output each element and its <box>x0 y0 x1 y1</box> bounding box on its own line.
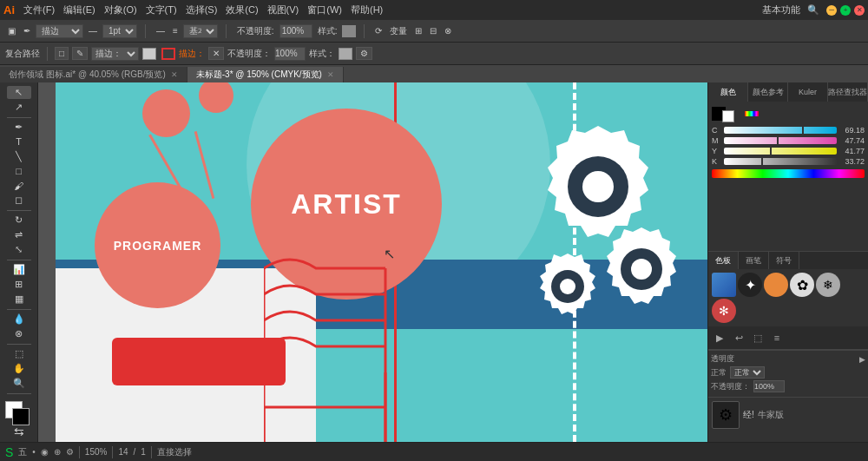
tool-artboard[interactable]: ⬚ <box>7 348 31 361</box>
tool-eraser[interactable]: ◻ <box>7 194 31 207</box>
tool-rect[interactable]: □ <box>7 165 31 178</box>
spectrum-bar[interactable] <box>745 111 759 116</box>
transparency-expand[interactable]: ▶ <box>859 355 865 364</box>
statusbar-five[interactable]: 五 <box>18 446 27 458</box>
statusbar-icon3[interactable]: ⚙ <box>66 447 74 457</box>
swatch-blue[interactable] <box>712 273 736 297</box>
tab-close-1[interactable]: ✕ <box>171 70 178 79</box>
tab-file2[interactable]: 未标题-3* @ 150% (CMYK/预览) ✕ <box>187 67 344 82</box>
menu-window[interactable]: 窗口(W) <box>307 3 342 16</box>
swatch-orange[interactable] <box>764 273 788 297</box>
swatch-grid: ✦ ✿ ❄ ✻ <box>708 269 868 326</box>
slider-y-track[interactable] <box>724 148 837 155</box>
rp-tab-pathfinder[interactable]: 路径查找器 <box>828 82 868 102</box>
tool-scale[interactable]: ⤡ <box>7 243 31 256</box>
fill-swatch[interactable] <box>142 48 156 60</box>
rp-icon-undo[interactable]: ↩ <box>731 330 746 346</box>
canvas-area[interactable]: PROGRAMER ARTIST <box>38 82 707 442</box>
style-swatch[interactable] <box>342 25 356 37</box>
tool-blend[interactable]: ⊗ <box>7 327 31 340</box>
minimize-button[interactable]: ─ <box>826 5 837 16</box>
tool-hand[interactable]: ✋ <box>7 362 31 375</box>
tool-select[interactable]: ▣ <box>5 25 18 36</box>
stroke-none[interactable]: ✕ <box>208 47 224 60</box>
menu-type[interactable]: 文字(T) <box>146 3 177 16</box>
shape-pen[interactable]: ✎ <box>72 47 88 60</box>
stroke-dropdown[interactable]: 描边 <box>36 24 83 38</box>
menu-effect[interactable]: 效果(C) <box>226 3 258 16</box>
shape-rect[interactable]: □ <box>55 47 69 60</box>
tool-pen2[interactable]: ✒ <box>7 121 31 134</box>
tool-gradient[interactable]: ▦ <box>7 293 31 306</box>
tool-line[interactable]: ╲ <box>7 150 31 163</box>
stroke-weight-select[interactable]: 1pt <box>102 24 137 38</box>
menu-select[interactable]: 选择(S) <box>186 3 218 16</box>
rpb-tab-brushes[interactable]: 画笔 <box>739 252 769 269</box>
line-weight[interactable]: ≡ <box>170 25 181 36</box>
path-select[interactable]: 描边： <box>91 47 139 61</box>
swatch-star1[interactable]: ✦ <box>738 273 762 297</box>
stroke-swatch[interactable] <box>161 48 175 60</box>
tab-file1[interactable]: 创作领域 图标.ai* @ 40.05% (RGB/预览) ✕ <box>0 67 187 82</box>
transform-icon[interactable]: ⟳ <box>372 25 385 36</box>
rp-tab-color-ref[interactable]: 颜色参考 <box>748 82 788 102</box>
style-preview[interactable] <box>339 48 352 60</box>
statusbar-icon1[interactable]: ◉ <box>41 447 49 457</box>
workspace-label[interactable]: 基本功能 <box>762 3 800 16</box>
rp-tab-color[interactable]: 颜色 <box>708 82 748 102</box>
swatch-mandala[interactable]: ✻ <box>712 299 736 323</box>
slider-m-track[interactable] <box>724 137 837 144</box>
label-c: C <box>712 126 720 135</box>
swatch-snowflake[interactable]: ❄ <box>816 273 840 297</box>
blend-mode-select[interactable]: 正常 <box>730 366 765 379</box>
rp-icon-delete[interactable]: ⬚ <box>750 330 766 346</box>
rpb-tab-swatches[interactable]: 色板 <box>708 252 739 269</box>
color-spectrum[interactable] <box>712 169 865 178</box>
swap-colors-icon[interactable]: ⇆ <box>14 425 24 438</box>
menu-edit[interactable]: 编辑(E) <box>63 3 95 16</box>
menu-bar[interactable]: 文件(F) 编辑(E) 对象(O) 文字(T) 选择(S) 效果(C) 视图(V… <box>23 3 383 16</box>
transparency-mode-row: 正常 正常 <box>711 366 865 379</box>
menu-object[interactable]: 对象(O) <box>104 3 137 16</box>
tab-close-2[interactable]: ✕ <box>327 70 334 79</box>
opacity-row-input[interactable] <box>753 380 785 392</box>
tool-direct-select[interactable]: ↗ <box>7 101 31 114</box>
menu-file[interactable]: 文件(F) <box>23 3 55 16</box>
search-icon[interactable]: 🔍 <box>807 4 819 16</box>
bg-color-preview[interactable] <box>722 110 734 122</box>
tool-zoom[interactable]: 🔍 <box>7 377 31 390</box>
settings-btn[interactable]: ⚙ <box>356 47 372 60</box>
tool-mesh[interactable]: ⊞ <box>7 278 31 291</box>
rp-icon-arrow[interactable]: ▶ <box>712 330 727 346</box>
menu-help[interactable]: 帮助(H) <box>351 3 383 16</box>
tool-paint[interactable]: 🖌 <box>7 179 31 192</box>
tool-type[interactable]: T <box>7 135 31 148</box>
tool-pen[interactable]: ✒ <box>21 25 33 36</box>
maximize-button[interactable]: + <box>840 5 851 16</box>
extra-icon2[interactable]: ⊟ <box>427 25 439 36</box>
tool-graph[interactable]: 📊 <box>7 263 31 276</box>
tool-arrow[interactable]: ↖ <box>7 86 31 99</box>
extra-icon1[interactable]: ⊞ <box>412 25 424 36</box>
statusbar-icon2[interactable]: ⊕ <box>54 447 61 457</box>
stroke-color-box[interactable] <box>12 408 30 425</box>
rp-icon-menu[interactable]: ≡ <box>769 330 785 346</box>
menu-view[interactable]: 视图(V) <box>267 3 299 16</box>
extra-icon3[interactable]: ⊗ <box>442 25 454 36</box>
swatch-flower[interactable]: ✿ <box>790 273 814 297</box>
tool-rotate[interactable]: ↻ <box>7 214 31 227</box>
rpb-tab-symbols[interactable]: 符号 <box>769 252 799 269</box>
color-boxes[interactable] <box>5 401 33 419</box>
opacity-input[interactable] <box>279 24 312 38</box>
rp-tab-kuler[interactable]: Kuler <box>788 82 828 102</box>
variable-icon[interactable]: 变量 <box>387 24 410 38</box>
tool-mirror[interactable]: ⇌ <box>7 228 31 241</box>
tool-eyedrop[interactable]: 💧 <box>7 313 31 326</box>
slider-c-track[interactable] <box>724 127 837 134</box>
line-style[interactable]: 基本 <box>183 24 218 38</box>
opacity-value-input[interactable] <box>274 47 306 61</box>
zoom-level[interactable]: 150% <box>85 447 108 457</box>
close-button[interactable]: ✕ <box>854 5 865 16</box>
line-tool[interactable]: — <box>154 25 168 36</box>
slider-k-track[interactable] <box>724 158 837 165</box>
